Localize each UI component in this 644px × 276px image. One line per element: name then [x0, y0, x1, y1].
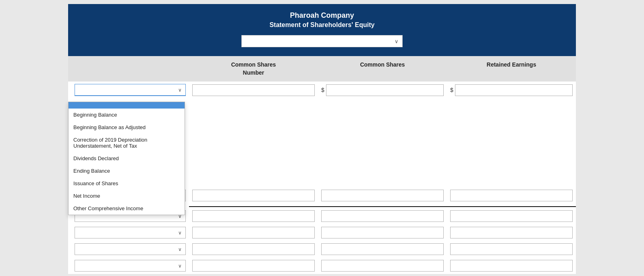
dropdown-item-correction[interactable]: Correction of 2019 Depreciation Understa… [69, 134, 185, 152]
row5-select[interactable]: Beginning Balance Beginning Balance as A… [75, 227, 186, 238]
currency-symbol-2: $ [450, 87, 453, 93]
dropdown-item-dividends[interactable]: Dividends Declared [69, 152, 185, 165]
year-select-container: 2019 2020 2021 [241, 35, 403, 47]
row5-col3-input[interactable] [450, 227, 573, 238]
row6-label-cell: Beginning Balance Beginning Balance as A… [68, 243, 189, 255]
row5-col3-cell [447, 227, 576, 238]
row7-col3-input[interactable] [450, 260, 573, 272]
dropdown-item-beginning-balance-adjusted[interactable]: Beginning Balance as Adjusted [69, 121, 185, 134]
row2-col2-cell [318, 190, 447, 201]
row7-select-wrap: Beginning Balance Beginning Balance as A… [75, 260, 186, 272]
row7-col3-cell [447, 260, 576, 272]
row6-col1-cell [189, 243, 318, 255]
year-select-wrap: 2019 2020 2021 [76, 35, 568, 47]
row1-label-cell: Beginning Balance Beginning Balance as A… [68, 84, 189, 96]
dropdown-item-issuance[interactable]: Issuance of Shares [69, 177, 185, 190]
row1-col3-cell: $ [447, 84, 576, 96]
data-row: Beginning Balance Beginning Balance as A… [68, 82, 576, 98]
col-header-common-shares-number: Common Shares Number [189, 61, 318, 77]
row2-col2-input[interactable] [321, 190, 444, 201]
row1-select-wrap: Beginning Balance Beginning Balance as A… [75, 84, 186, 96]
statement-title: Statement of Shareholders' Equity [76, 21, 568, 29]
row1-dropdown: Beginning Balance Beginning Balance as A… [68, 102, 185, 215]
data-row: Beginning Balance Beginning Balance as A… [68, 241, 576, 257]
row5-col2-input[interactable] [321, 227, 444, 238]
row2-col1-cell [189, 190, 318, 201]
row1-select[interactable]: Beginning Balance Beginning Balance as A… [75, 84, 186, 96]
row5-col1-input[interactable] [192, 227, 315, 238]
row7-col1-input[interactable] [192, 260, 315, 272]
row5-select-wrap: Beginning Balance Beginning Balance as A… [75, 227, 186, 238]
row1-col2-input[interactable] [326, 84, 444, 96]
company-name: Pharoah Company [76, 11, 568, 20]
row6-col1-input[interactable] [192, 243, 315, 255]
dropdown-item-other-income[interactable]: Other Comprehensive Income [69, 202, 185, 215]
row1-col1-input[interactable] [192, 84, 315, 96]
row7-label-cell: Beginning Balance Beginning Balance as A… [68, 260, 189, 272]
col-header-label [68, 61, 189, 77]
row6-col2-cell [318, 243, 447, 255]
row1-col3-input[interactable] [455, 84, 573, 96]
row2-col1-input[interactable] [192, 190, 315, 201]
underline-col3 [447, 204, 576, 207]
col-header-retained-earnings: Retained Earnings [447, 61, 576, 77]
row5-col1-cell [189, 227, 318, 238]
row4-col3-cell [447, 210, 576, 222]
row5-label-cell: Beginning Balance Beginning Balance as A… [68, 227, 189, 238]
row6-col2-input[interactable] [321, 243, 444, 255]
data-row: Beginning Balance Beginning Balance as A… [68, 224, 576, 241]
row6-col3-cell [447, 243, 576, 255]
row6-col3-input[interactable] [450, 243, 573, 255]
row7-col2-cell [318, 260, 447, 272]
dropdown-item-empty[interactable] [69, 102, 185, 109]
dropdown-item-beginning-balance[interactable]: Beginning Balance [69, 109, 185, 121]
col-header-common-shares: Common Shares [318, 61, 447, 77]
row4-col3-input[interactable] [450, 210, 573, 222]
header: Pharoah Company Statement of Shareholder… [68, 4, 576, 56]
row6-select-wrap: Beginning Balance Beginning Balance as A… [75, 243, 186, 255]
year-select[interactable]: 2019 2020 2021 [241, 35, 403, 47]
row6-select[interactable]: Beginning Balance Beginning Balance as A… [75, 243, 186, 255]
row1-col1-cell [189, 84, 318, 96]
row2-col3-cell [447, 190, 576, 201]
row4-col2-cell [318, 210, 447, 222]
row1-col2-cell: $ [318, 84, 447, 96]
main-container: Pharoah Company Statement of Shareholder… [68, 4, 576, 274]
row4-col1-input[interactable] [192, 210, 315, 222]
dropdown-item-net-income[interactable]: Net Income [69, 190, 185, 202]
row7-col2-input[interactable] [321, 260, 444, 272]
row4-col2-input[interactable] [321, 210, 444, 222]
row7-select[interactable]: Beginning Balance Beginning Balance as A… [75, 260, 186, 272]
column-headers: Common Shares Number Common Shares Retai… [68, 56, 576, 82]
underline-col2 [318, 204, 447, 207]
row2-col3-input[interactable] [450, 190, 573, 201]
data-rows: Beginning Balance Beginning Balance as A… [68, 82, 576, 274]
data-row: Beginning Balance Beginning Balance as A… [68, 257, 576, 274]
underline-col1 [189, 204, 318, 207]
row4-col1-cell [189, 210, 318, 222]
row5-col2-cell [318, 227, 447, 238]
row7-col1-cell [189, 260, 318, 272]
dropdown-item-ending-balance[interactable]: Ending Balance [69, 165, 185, 177]
currency-symbol-1: $ [321, 87, 324, 93]
